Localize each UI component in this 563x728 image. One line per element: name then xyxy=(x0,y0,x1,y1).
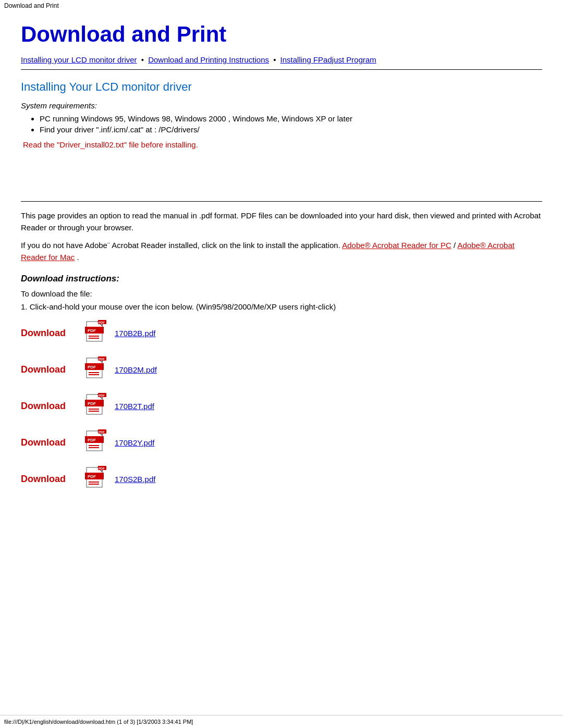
download-label: Download xyxy=(21,474,83,485)
pdf-filename-link[interactable]: 170B2M.pdf xyxy=(115,365,157,374)
download-row: DownloadPDFPDF170S2B.pdf xyxy=(21,465,542,492)
svg-text:PDF: PDF xyxy=(88,474,96,479)
pdf-filename-link[interactable]: 170B2B.pdf xyxy=(115,329,155,338)
breadcrumb-sep-1: • xyxy=(141,55,146,64)
pdf-icon[interactable]: PDFPDF xyxy=(83,392,111,419)
browser-title-text: Download and Print xyxy=(4,2,59,9)
pdf-filename-link[interactable]: 170B2Y.pdf xyxy=(115,438,154,447)
download-instructions-title: Download instructions: xyxy=(21,274,542,284)
download-label: Download xyxy=(21,401,83,412)
pdf-icon[interactable]: PDFPDF xyxy=(83,465,111,492)
acrobat-note-post: . xyxy=(77,253,79,262)
svg-text:PDF: PDF xyxy=(99,430,105,434)
breadcrumb-link-lcd-driver[interactable]: Installing your LCD monitor driver xyxy=(21,55,137,64)
download-label: Download xyxy=(21,437,83,448)
svg-text:PDF: PDF xyxy=(99,467,105,470)
breadcrumb-nav: Installing your LCD monitor driver • Dow… xyxy=(21,55,542,64)
status-bar: file:///D|/K1/english/download/download.… xyxy=(0,715,563,728)
pdf-intro-text: This page provides an option to read the… xyxy=(21,210,542,233)
svg-text:PDF: PDF xyxy=(88,438,96,442)
breadcrumb-link-fpadjust[interactable]: Installing FPadjust Program xyxy=(280,55,376,64)
driver-note: Read the "Driver_install02.txt" file bef… xyxy=(23,140,542,149)
breadcrumb-sep-2: • xyxy=(273,55,278,64)
system-requirements-list: PC running Windows 95, Windows 98, Windo… xyxy=(40,114,542,134)
section-divider xyxy=(21,201,542,202)
pdf-icon[interactable]: PDFPDF xyxy=(83,429,111,456)
spacer xyxy=(21,154,542,196)
download-rows-container: DownloadPDFPDF170B2B.pdfDownloadPDFPDF17… xyxy=(21,319,542,492)
breadcrumb-link-download-print[interactable]: Download and Printing Instructions xyxy=(148,55,269,64)
pdf-filename-link[interactable]: 170B2T.pdf xyxy=(115,402,154,411)
pdf-icon[interactable]: PDFPDF xyxy=(83,356,111,383)
download-label: Download xyxy=(21,328,83,339)
download-row: DownloadPDFPDF170B2B.pdf xyxy=(21,319,542,347)
breadcrumb-divider xyxy=(21,69,542,70)
svg-text:PDF: PDF xyxy=(99,394,105,397)
section-lcd-title: Installing Your LCD monitor driver xyxy=(21,80,542,94)
download-row: DownloadPDFPDF170B2T.pdf xyxy=(21,392,542,419)
download-row: DownloadPDFPDF170B2M.pdf xyxy=(21,356,542,383)
page-title: Download and Print xyxy=(21,22,542,47)
download-row: DownloadPDFPDF170B2Y.pdf xyxy=(21,429,542,456)
browser-title-bar: Download and Print xyxy=(0,0,563,11)
download-to-file-label: To download the file: xyxy=(21,289,542,298)
acrobat-note-pre: If you do not have Adobe¨ Acrobat Reader… xyxy=(21,241,340,250)
list-item: Find your driver ".inf/.icm/.cat" at : /… xyxy=(40,125,542,134)
acrobat-note: If you do not have Adobe¨ Acrobat Reader… xyxy=(21,240,542,263)
svg-text:PDF: PDF xyxy=(99,321,105,324)
svg-text:PDF: PDF xyxy=(99,357,105,361)
system-requirements-label: System requirements: xyxy=(21,101,542,110)
pdf-filename-link[interactable]: 170S2B.pdf xyxy=(115,475,155,484)
download-label: Download xyxy=(21,364,83,375)
list-item: PC running Windows 95, Windows 98, Windo… xyxy=(40,114,542,123)
click-hold-instruction: 1. Click-and-hold your mouse over the ic… xyxy=(21,302,542,311)
acrobat-link-pc[interactable]: Adobe® Acrobat Reader for PC xyxy=(342,241,451,250)
svg-text:PDF: PDF xyxy=(88,365,96,369)
svg-text:PDF: PDF xyxy=(88,401,96,406)
pdf-icon[interactable]: PDFPDF xyxy=(83,319,111,347)
svg-text:PDF: PDF xyxy=(88,328,96,333)
main-content: Download and Print Installing your LCD m… xyxy=(0,11,563,523)
